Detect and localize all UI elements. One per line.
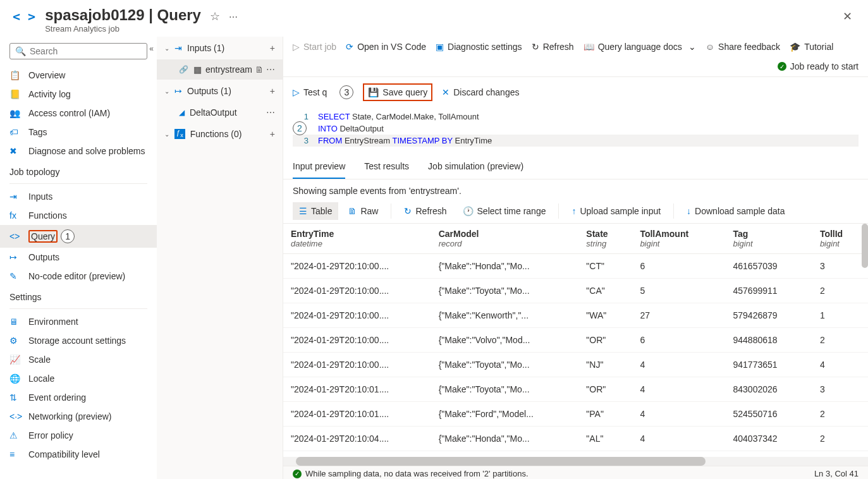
more-actions-icon[interactable]: ⋯: [229, 12, 238, 22]
table-row[interactable]: "2024-01-29T20:10:00....{"Make":"Toyota"…: [283, 279, 868, 303]
tutorial-button[interactable]: 🎓Tutorial: [790, 42, 833, 52]
nav-label: Activity log: [28, 89, 71, 99]
table-row[interactable]: "2024-01-29T20:10:00....{"Make":"Kenwort…: [283, 303, 868, 328]
query-editor[interactable]: 1 SELECT State, CarModel.Make, TollAmoun…: [283, 107, 868, 155]
outputs-icon: ↦: [9, 252, 22, 262]
status-ok-icon: ✓: [293, 470, 302, 478]
table-cell: 2: [812, 328, 868, 353]
search-input[interactable]: [30, 46, 142, 56]
tab-job-simulation[interactable]: Job simulation (preview): [428, 155, 523, 179]
feedback-button[interactable]: ☺Share feedback: [706, 42, 780, 52]
column-state[interactable]: Statestring: [578, 224, 632, 254]
nav-item-error-policy[interactable]: ⚠Error policy: [0, 426, 157, 445]
nav-item-storage-account-settings[interactable]: ⚙Storage account settings: [0, 331, 157, 350]
item-more-icon[interactable]: ⋯: [266, 107, 275, 118]
table-row[interactable]: "2024-01-29T20:10:01....{"Make":"Ford","…: [283, 402, 868, 427]
vertical-scrollbar[interactable]: [862, 224, 868, 268]
column-entrytime[interactable]: EntryTimedatetime: [283, 224, 431, 254]
nav-item-activity-log[interactable]: 📒Activity log: [0, 85, 157, 104]
view-table-button[interactable]: ☰Table: [293, 202, 338, 220]
upload-button[interactable]: ↑Upload sample input: [565, 202, 667, 220]
refresh-button[interactable]: ↻Refresh: [532, 42, 574, 52]
column-tag[interactable]: Tagbigint: [726, 224, 812, 254]
nav-item-outputs[interactable]: ↦Outputs: [0, 248, 157, 267]
view-raw-button[interactable]: 🗎Raw: [341, 202, 384, 220]
horizontal-scrollbar[interactable]: [283, 457, 868, 466]
nav-item-access-control-iam-[interactable]: 👥Access control (IAM): [0, 104, 157, 123]
nav-item-overview[interactable]: 📋Overview: [0, 66, 157, 85]
preview-table-container[interactable]: EntryTimedatetimeCarModelrecordStatestri…: [283, 224, 868, 457]
table-row[interactable]: "2024-01-29T20:10:04....{"Make":"Honda",…: [283, 427, 868, 451]
no-code-editor-preview--icon: ✎: [9, 271, 22, 281]
nav-item-inputs[interactable]: ⇥Inputs: [0, 187, 157, 206]
nav-item-no-code-editor-preview-[interactable]: ✎No-code editor (preview): [0, 267, 157, 286]
download-button[interactable]: ↓Download sample data: [680, 202, 791, 220]
save-query-button[interactable]: 💾Save query: [363, 83, 432, 101]
tab-test-results[interactable]: Test results: [364, 155, 409, 179]
favorite-star-icon[interactable]: ☆: [210, 10, 220, 23]
start-job-button[interactable]: ▷Start job: [293, 42, 336, 52]
column-tollamount[interactable]: TollAmountbigint: [632, 224, 725, 254]
tree-outputs[interactable]: ⌄ ↦ Outputs (1) +: [157, 80, 283, 102]
upload-icon: ↑: [572, 206, 576, 216]
nav-item-environment[interactable]: 🖥Environment: [0, 312, 157, 331]
nav-item-scale[interactable]: 📈Scale: [0, 350, 157, 369]
eventhub-icon: ▦: [193, 64, 202, 75]
add-function-icon[interactable]: +: [270, 129, 275, 139]
tree-outputs-label: Outputs (1): [187, 86, 231, 96]
column-tollid[interactable]: TollIdbigint: [812, 224, 868, 254]
nav-item-tags[interactable]: 🏷Tags: [0, 123, 157, 142]
nav-item-event-ordering[interactable]: ⇅Event ordering: [0, 388, 157, 407]
nav-item-query[interactable]: <>Query1: [0, 225, 157, 248]
open-vscode-button[interactable]: ⟳Open in VS Code: [346, 42, 426, 52]
tree-output-delta[interactable]: ◢ DeltaOutput ⋯: [157, 102, 283, 123]
docs-button[interactable]: 📖Query language docs⌄: [584, 42, 696, 52]
tab-input-preview[interactable]: Input preview: [293, 155, 345, 179]
table-cell: "OR": [578, 328, 632, 353]
nav-label: No-code editor (preview): [28, 271, 125, 281]
chevron-down-icon: ⌄: [688, 42, 696, 52]
preview-refresh-button[interactable]: ↻Refresh: [398, 202, 453, 220]
nav-item-networking-preview-[interactable]: <·>Networking (preview): [0, 407, 157, 426]
editor-status-bar: ✓ While sampling data, no data was recei…: [283, 466, 868, 479]
nav-item-compatibility-level[interactable]: ≡Compatibility level: [0, 445, 157, 464]
job-status: ✓ Job ready to start: [778, 61, 859, 71]
diagnostic-button[interactable]: ▣Diagnostic settings: [436, 42, 522, 52]
test-query-button[interactable]: ▷Test q: [293, 87, 327, 97]
tree-functions-label: Functions (0): [190, 129, 242, 139]
collapse-menu-icon[interactable]: «: [149, 44, 154, 53]
add-output-icon[interactable]: +: [270, 86, 275, 96]
close-icon[interactable]: ✕: [840, 6, 855, 27]
table-cell: {"Make":"Ford","Model...: [431, 402, 579, 427]
nav-item-diagnose-and-solve-problems[interactable]: ✖Diagnose and solve problems: [0, 142, 157, 161]
table-cell: 941773651: [726, 353, 812, 377]
add-input-icon[interactable]: +: [270, 43, 275, 53]
menu-search[interactable]: 🔍: [9, 43, 147, 59]
table-cell: 944880618: [726, 328, 812, 353]
tree-inputs-label: Inputs (1): [187, 43, 224, 53]
query-tree: ⌄ ⇥ Inputs (1) + 🔗 ▦ entrystream 🗎 ⋯ ⌄ ↦…: [157, 37, 283, 479]
smile-icon: ☺: [706, 42, 714, 52]
nav-label: Inputs: [28, 191, 52, 202]
discard-button[interactable]: ✕Discard changes: [442, 87, 519, 97]
table-cell: 461657039: [726, 254, 812, 279]
table-row[interactable]: "2024-01-29T20:10:00....{"Make":"Volvo",…: [283, 328, 868, 353]
nav-item-locale[interactable]: 🌐Locale: [0, 369, 157, 388]
tree-input-entrystream[interactable]: 🔗 ▦ entrystream 🗎 ⋯: [157, 59, 283, 80]
item-more-icon[interactable]: ⋯: [266, 64, 275, 75]
tree-inputs[interactable]: ⌄ ⇥ Inputs (1) +: [157, 37, 283, 59]
nav-label: Scale: [28, 355, 51, 365]
table-row[interactable]: "2024-01-29T20:10:00....{"Make":"Toyota"…: [283, 353, 868, 377]
tree-functions[interactable]: ⌄ ƒx Functions (0) +: [157, 123, 283, 145]
nav-item-functions[interactable]: fxFunctions: [0, 206, 157, 225]
table-row[interactable]: "2024-01-29T20:10:01....{"Make":"Toyota"…: [283, 377, 868, 402]
time-range-button[interactable]: 🕐Select time range: [456, 202, 553, 220]
table-cell: 457699911: [726, 279, 812, 303]
inputs-icon: ⇥: [9, 191, 22, 202]
resource-menu: 🔍 « 📋Overview📒Activity log👥Access contro…: [0, 37, 157, 479]
table-cell: "2024-01-29T20:10:00....: [283, 353, 431, 377]
column-carmodel[interactable]: CarModelrecord: [431, 224, 579, 254]
table-cell: 4: [812, 353, 868, 377]
table-row[interactable]: "2024-01-29T20:10:00....{"Make":"Honda",…: [283, 254, 868, 279]
tree-input-label: entrystream: [205, 64, 252, 75]
